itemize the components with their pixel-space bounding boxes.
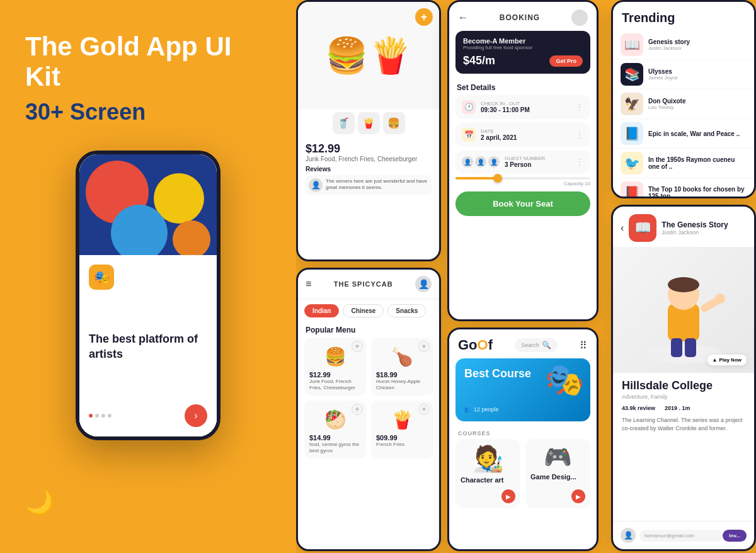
trending-item-4[interactable]: 📘 Epic in scale, War and Peace ..	[613, 119, 754, 149]
trending-item-3[interactable]: 🦅 Don Quixote Leo Tolstoy	[613, 89, 754, 119]
trending-title: Trending	[613, 2, 754, 30]
trending-item-5[interactable]: 🐦 In the 1950s Raymon cueneu one of ..	[613, 149, 754, 178]
menu-add-1[interactable]: +	[352, 341, 363, 352]
course-card-2[interactable]: 🎮 Game Desig... ▶	[525, 439, 590, 508]
college-genre: Adventure, Family	[622, 394, 745, 400]
play-icon: ▲	[713, 357, 718, 363]
food-screen-1: 🍔🍟 + 🥤 🍟 🍔 $12.99 Junk Food, French Frie…	[296, 0, 441, 261]
menu-add-3[interactable]: +	[352, 404, 363, 415]
guest-options-icon[interactable]: ⋮	[575, 157, 584, 167]
booking-title: BOOKING	[500, 13, 540, 22]
back-arrow-icon[interactable]: ←	[458, 12, 468, 23]
book-description: The Learning Channel. The series was a p…	[622, 416, 745, 432]
menu-hamburger-icon[interactable]: ≡	[306, 278, 311, 290]
game-design-image: 🎮	[530, 444, 585, 470]
review-text: The servers here are just wonderful and …	[326, 178, 428, 191]
member-subtitle: Providing full free food sponsor	[463, 45, 583, 50]
menu-add-2[interactable]: +	[418, 341, 430, 352]
courses-grid: 🧑‍🎨 Character art ▶ 🎮 Game Desig... ▶	[449, 439, 597, 508]
phone-mockup: 🎭 The best platform of artists ›	[76, 151, 220, 440]
course-play-button-1[interactable]: ▶	[501, 489, 515, 503]
course-card-1[interactable]: 🧑‍🎨 Character art ▶	[455, 439, 520, 508]
food-screen-2: ≡ THE SPICYCAB 👤 Indian Chinese Snacks P…	[296, 268, 441, 551]
food2-title: THE SPICYCAB	[334, 280, 393, 288]
date-options-icon[interactable]: ⋮	[575, 130, 584, 140]
moon-icon: 🌙	[25, 489, 54, 515]
course-title-1: Character art	[461, 476, 515, 484]
svg-rect-4	[671, 338, 682, 357]
guest-info: GUEST NUMBER 3 Person	[505, 156, 545, 168]
play-label: Play Now	[719, 357, 742, 363]
thumb-3[interactable]: 🍔	[383, 112, 405, 134]
guest-value: 3 Person	[505, 161, 545, 168]
year-stat: 2019 . 1m	[665, 405, 690, 411]
trending-thumb-5: 🐦	[621, 152, 643, 174]
tab-indian[interactable]: Indian	[304, 304, 339, 317]
people-icon: 👥	[464, 406, 471, 413]
trending-item-2-author: James Joyce	[648, 75, 678, 81]
trending-item-6[interactable]: 📕 The Top 10 books for chosen by 125 top…	[613, 178, 754, 198]
thumb-1[interactable]: 🥤	[333, 112, 355, 134]
email-field[interactable]: fxlmansur@gmail.com	[639, 530, 723, 542]
food1-name: Junk Food, French Fries, Cheeseburger	[306, 156, 432, 162]
year-value: 2019 . 1m	[665, 405, 690, 411]
next-button[interactable]: ›	[185, 404, 207, 427]
date-info: DATE 2 april, 2021	[481, 128, 517, 141]
book-detail-screen: ‹ 📖 The Genesis Story Justin Jackson	[611, 205, 756, 551]
menu-name-3: food, central gyros the best gyros	[309, 442, 361, 453]
guest-detail-row: 👤 👤 👤 GUEST NUMBER 3 Person ⋮	[455, 151, 590, 173]
food1-price: $12.99	[306, 142, 432, 156]
capacity-slider[interactable]: Capacity 10	[455, 177, 590, 186]
food1-thumbnails: 🥤 🍟 🍔	[298, 109, 439, 137]
trending-item-5-info: In the 1950s Raymon cueneu one of ..	[648, 156, 747, 170]
app-icon-emoji: 🎭	[94, 270, 110, 285]
menu-price-3: $14.99	[309, 434, 361, 442]
user-avatar-small: 👤	[621, 528, 636, 543]
book-back-button[interactable]: ‹	[621, 222, 624, 234]
goof-search-bar[interactable]: Search 🔍	[515, 338, 558, 352]
guest-avatar-1: 👤	[462, 156, 473, 168]
set-details-title: Set Details	[449, 80, 597, 95]
member-title: Become-A Member	[463, 37, 583, 45]
trending-thumb-1: 📖	[621, 33, 643, 56]
book-stats: 43.9k review 2019 . 1m	[622, 405, 745, 411]
food2-tabs: Indian Chinese Snacks	[298, 299, 439, 322]
tab-snacks[interactable]: Snacks	[387, 304, 426, 317]
guest-avatar-3: 👤	[488, 156, 500, 168]
trending-item-1-title: Genesis story	[648, 38, 690, 45]
course-play-button-2[interactable]: ▶	[571, 489, 585, 503]
menu-card-2: + 🍗 $18.99 Huron Honey-Apple Chicken	[371, 338, 433, 396]
person-svg	[627, 253, 740, 367]
trending-screen: Trending 📖 Genesis story Justin Jackson …	[611, 0, 756, 198]
play-overlay[interactable]: ▲ Play Now	[707, 355, 747, 365]
hero-subtitle: 30+ Screen	[25, 99, 271, 125]
trending-item-1[interactable]: 📖 Genesis story Justin Jackson	[613, 30, 754, 60]
calendar-icon: 📅	[462, 128, 476, 142]
goof-menu-icon[interactable]: ⠿	[580, 339, 588, 351]
courses-label: COURSES	[449, 428, 597, 439]
thumb-2[interactable]: 🍟	[358, 112, 380, 134]
people-count: 12 people	[474, 406, 499, 413]
trending-item-6-title: The Top 10 books for chosen by 125 top..	[648, 186, 747, 198]
pagination-dots	[89, 414, 112, 418]
checkin-options-icon[interactable]: ⋮	[575, 102, 584, 112]
slider-thumb[interactable]	[493, 174, 502, 183]
menu-add-4[interactable]: +	[418, 404, 430, 415]
book-footer: 👤 fxlmansur@gmail.com Inv...	[613, 521, 754, 549]
food1-reviews-label: Reviews	[306, 166, 432, 173]
invite-button[interactable]: Inv...	[723, 530, 747, 542]
trending-item-2-title: Ulysses	[648, 68, 678, 75]
book-icon-large: 📖	[629, 214, 656, 242]
food1-add-button[interactable]: +	[415, 8, 433, 26]
tab-chinese[interactable]: Chinese	[343, 304, 384, 317]
course-title-2: Game Desig...	[530, 473, 585, 481]
get-pro-button[interactable]: Get Pro	[549, 55, 583, 67]
menu-name-2: Huron Honey-Apple Chicken	[376, 379, 428, 391]
trending-item-2[interactable]: 📚 Ulysses James Joyce	[613, 60, 754, 89]
svg-rect-5	[685, 338, 696, 357]
trending-item-1-author: Justin Jackson	[648, 45, 690, 51]
booking-header: ← BOOKING	[449, 2, 597, 31]
review-stat: 43.9k review	[622, 405, 655, 411]
book-seat-button[interactable]: Book Your Seat	[455, 191, 590, 216]
date-left: 📅 DATE 2 april, 2021	[462, 128, 517, 142]
